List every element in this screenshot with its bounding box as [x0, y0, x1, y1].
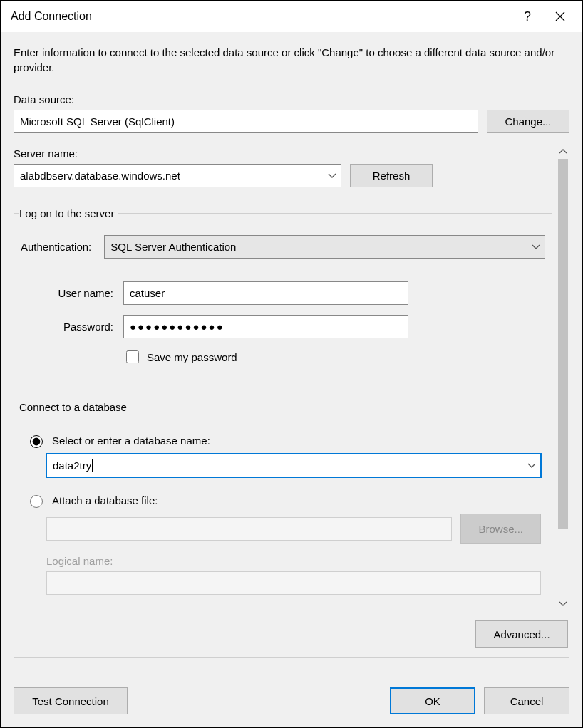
authentication-combo[interactable]: SQL Server Authentication: [104, 235, 545, 259]
server-name-value: alabdbserv.database.windows.net: [20, 170, 180, 182]
change-button[interactable]: Change...: [487, 110, 569, 133]
logical-name-field: [46, 571, 541, 595]
password-field[interactable]: ●●●●●●●●●●●●: [123, 315, 408, 338]
chevron-down-icon: [527, 463, 536, 469]
scroll-thumb[interactable]: [558, 159, 568, 529]
cancel-button[interactable]: Cancel: [484, 687, 569, 714]
chevron-down-icon: [532, 244, 540, 250]
server-name-label: Server name:: [14, 147, 552, 160]
dialog-footer: Test Connection OK Cancel: [1, 677, 582, 727]
advanced-button[interactable]: Advanced...: [475, 620, 568, 648]
help-button[interactable]: ?: [511, 1, 544, 32]
select-db-label: Select or enter a database name:: [52, 435, 210, 447]
titlebar: Add Connection ?: [1, 1, 582, 32]
database-name-value: data2try: [53, 459, 91, 472]
save-password-checkbox[interactable]: [126, 350, 139, 363]
browse-button: Browse...: [460, 514, 541, 544]
authentication-label: Authentication:: [21, 241, 91, 253]
dialog-content: Enter information to connect to the sele…: [1, 32, 582, 677]
data-source-field[interactable]: [14, 110, 478, 133]
add-connection-dialog: Add Connection ? Enter information to co…: [0, 0, 583, 728]
database-name-combo[interactable]: data2try: [46, 454, 541, 477]
server-name-combo[interactable]: alabdbserv.database.windows.net: [14, 164, 341, 187]
logon-group: Log on to the server Authentication: SQL…: [14, 207, 552, 381]
username-field[interactable]: [123, 281, 408, 305]
close-button[interactable]: [544, 1, 577, 32]
connect-db-legend: Connect to a database: [19, 401, 131, 413]
logical-name-label: Logical name:: [46, 555, 541, 567]
refresh-button[interactable]: Refresh: [350, 164, 433, 187]
ok-button[interactable]: OK: [390, 687, 475, 714]
save-password-label: Save my password: [147, 351, 237, 363]
scroll-down-arrow[interactable]: [557, 598, 569, 610]
text-caret: [92, 459, 93, 472]
password-label: Password:: [21, 321, 113, 333]
attach-db-label: Attach a database file:: [52, 494, 158, 506]
intro-text: Enter information to connect to the sele…: [14, 45, 569, 75]
authentication-value: SQL Server Authentication: [110, 241, 236, 253]
connect-db-group: Connect to a database Select or enter a …: [14, 401, 552, 610]
scroll-up-arrow[interactable]: [557, 145, 569, 157]
logon-legend: Log on to the server: [19, 207, 118, 219]
dialog-title: Add Connection: [11, 10, 511, 23]
attach-file-field: [46, 517, 452, 541]
separator: [14, 657, 569, 658]
data-source-label: Data source:: [14, 93, 569, 105]
vertical-scrollbar[interactable]: [557, 145, 569, 610]
username-label: User name:: [21, 287, 113, 299]
select-db-radio[interactable]: [30, 435, 43, 448]
attach-db-radio[interactable]: [30, 495, 43, 508]
chevron-down-icon: [328, 173, 336, 179]
test-connection-button[interactable]: Test Connection: [14, 687, 128, 714]
close-icon: [555, 11, 565, 21]
